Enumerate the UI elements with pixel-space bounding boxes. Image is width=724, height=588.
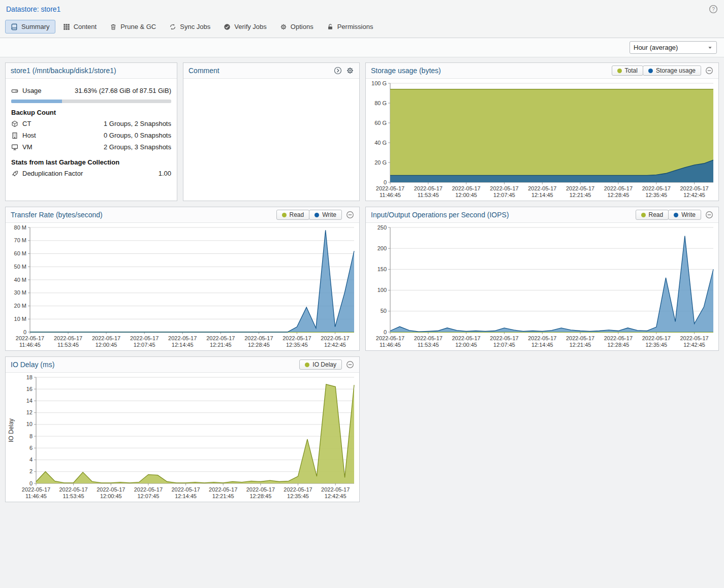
legend-storage-usage[interactable]: Storage usage bbox=[643, 66, 701, 76]
legend-label: Total bbox=[625, 67, 638, 74]
svg-text:20 M: 20 M bbox=[14, 303, 26, 309]
legend-label: Read bbox=[290, 211, 304, 218]
usage-label: Usage bbox=[22, 87, 42, 94]
svg-text:12:14:45: 12:14:45 bbox=[175, 493, 197, 499]
legend-dot-icon bbox=[617, 69, 622, 73]
svg-text:30 M: 30 M bbox=[14, 289, 26, 296]
svg-text:2022-05-17: 2022-05-17 bbox=[566, 335, 594, 341]
legend-dot-icon bbox=[282, 213, 287, 217]
svg-text:14: 14 bbox=[26, 398, 33, 404]
svg-text:2022-05-17: 2022-05-17 bbox=[376, 185, 404, 191]
timeframe-value: Hour (average) bbox=[634, 44, 678, 51]
svg-text:2022-05-17: 2022-05-17 bbox=[16, 335, 44, 341]
legend-io-delay[interactable]: IO Delay bbox=[299, 360, 342, 370]
svg-text:2022-05-17: 2022-05-17 bbox=[282, 335, 311, 341]
svg-text:12:21:45: 12:21:45 bbox=[570, 342, 591, 348]
svg-text:2022-05-17: 2022-05-17 bbox=[452, 185, 480, 191]
backup-count-heading: Backup Count bbox=[11, 109, 171, 116]
iops-legend: ReadWrite bbox=[636, 210, 701, 220]
iops-chart-title: Input/Output Operations per Second (IOPS… bbox=[371, 211, 632, 219]
collapse-icon[interactable] bbox=[346, 211, 354, 219]
svg-text:2022-05-17: 2022-05-17 bbox=[642, 185, 671, 191]
svg-text:11:53:45: 11:53:45 bbox=[57, 342, 79, 348]
legend-total[interactable]: Total bbox=[612, 66, 643, 76]
svg-text:2: 2 bbox=[29, 468, 33, 474]
svg-text:12: 12 bbox=[26, 409, 33, 415]
svg-text:2022-05-17: 2022-05-17 bbox=[566, 185, 594, 191]
svg-text:2022-05-17: 2022-05-17 bbox=[206, 335, 235, 341]
desktop-icon bbox=[11, 144, 18, 151]
svg-text:12:21:45: 12:21:45 bbox=[212, 493, 234, 499]
topbar: Datastore: store1 ? bbox=[0, 0, 724, 18]
svg-text:2022-05-17: 2022-05-17 bbox=[452, 335, 480, 341]
legend-label: IO Delay bbox=[312, 361, 336, 368]
svg-text:12:35:45: 12:35:45 bbox=[287, 493, 309, 499]
legend-write[interactable]: Write bbox=[309, 210, 342, 220]
svg-text:12:21:45: 12:21:45 bbox=[570, 192, 591, 198]
svg-text:80 M: 80 M bbox=[14, 224, 26, 231]
svg-text:2022-05-17: 2022-05-17 bbox=[130, 335, 159, 341]
svg-text:2022-05-17: 2022-05-17 bbox=[414, 335, 443, 341]
help-icon[interactable]: ? bbox=[709, 5, 718, 14]
comment-panel-title: Comment bbox=[188, 67, 330, 75]
legend-write[interactable]: Write bbox=[668, 210, 701, 220]
tab-permissions[interactable]: Permissions bbox=[321, 20, 379, 34]
datastore-panel-title: store1 (/mnt/backup/disk1/store1) bbox=[11, 67, 172, 75]
tab-summary[interactable]: Summary bbox=[5, 20, 55, 34]
collapse-icon[interactable] bbox=[705, 67, 713, 75]
svg-text:8: 8 bbox=[29, 433, 33, 439]
edit-settings-gear-icon[interactable] bbox=[346, 67, 354, 75]
stat-row: VM2 Groups, 3 Snapshots bbox=[11, 141, 171, 153]
svg-text:2022-05-17: 2022-05-17 bbox=[209, 486, 237, 493]
tab-label: Summary bbox=[21, 23, 50, 30]
svg-text:11:46:45: 11:46:45 bbox=[380, 192, 401, 198]
expand-chevron-icon[interactable] bbox=[334, 67, 342, 75]
legend-read[interactable]: Read bbox=[636, 210, 669, 220]
timeframe-select[interactable]: Hour (average) bbox=[629, 41, 717, 54]
building-icon bbox=[11, 132, 18, 139]
legend-label: Storage usage bbox=[656, 67, 696, 74]
tab-options[interactable]: Options bbox=[274, 20, 319, 34]
svg-text:0: 0 bbox=[384, 329, 387, 335]
legend-read[interactable]: Read bbox=[276, 210, 310, 220]
datastore-summary-panel: store1 (/mnt/backup/disk1/store1) Usage … bbox=[5, 62, 177, 201]
storage-usage-legend: TotalStorage usage bbox=[612, 66, 701, 76]
panel-header: Storage usage (bytes) TotalStorage usage bbox=[366, 63, 718, 79]
panel-header: store1 (/mnt/backup/disk1/store1) bbox=[6, 63, 177, 79]
tab-content[interactable]: Content bbox=[57, 20, 103, 34]
iops-chart: 0501001502002502022-05-1711:46:452022-05… bbox=[366, 223, 718, 350]
svg-text:12:14:45: 12:14:45 bbox=[531, 342, 553, 348]
io-delay-chart: 0246810121416182022-05-1711:46:452022-05… bbox=[6, 373, 359, 502]
svg-text:100: 100 bbox=[377, 287, 387, 293]
tab-prune-gc[interactable]: Prune & GC bbox=[104, 20, 162, 34]
svg-text:12:42:45: 12:42:45 bbox=[683, 342, 705, 348]
tab-sync-jobs[interactable]: Sync Jobs bbox=[164, 20, 216, 34]
comment-panel: Comment bbox=[183, 62, 360, 201]
unlock-icon bbox=[327, 23, 334, 30]
svg-text:12:14:45: 12:14:45 bbox=[172, 342, 194, 348]
svg-text:2022-05-17: 2022-05-17 bbox=[92, 335, 120, 341]
svg-text:2022-05-17: 2022-05-17 bbox=[284, 486, 312, 493]
comment-body[interactable] bbox=[183, 79, 359, 201]
tab-label: Prune & GC bbox=[120, 23, 156, 30]
svg-text:12:35:45: 12:35:45 bbox=[645, 192, 667, 198]
stat-label: VM bbox=[22, 143, 33, 151]
svg-text:50 M: 50 M bbox=[14, 264, 26, 270]
svg-text:2022-05-17: 2022-05-17 bbox=[97, 486, 125, 493]
collapse-icon[interactable] bbox=[705, 211, 713, 219]
storage-usage-panel: Storage usage (bytes) TotalStorage usage… bbox=[365, 62, 719, 201]
legend-label: Write bbox=[322, 211, 336, 218]
tab-verify-jobs[interactable]: Verify Jobs bbox=[218, 20, 272, 34]
storage-usage-chart: 020 G40 G60 G80 G100 G2022-05-1711:46:45… bbox=[366, 79, 718, 201]
datastore-panel-body: Usage 31.63% (27.68 GiB of 87.51 GiB) Ba… bbox=[6, 79, 177, 201]
svg-text:2022-05-17: 2022-05-17 bbox=[134, 486, 163, 493]
book-icon bbox=[11, 23, 18, 30]
svg-text:2022-05-17: 2022-05-17 bbox=[528, 335, 556, 341]
gc-stats-heading: Stats from last Garbage Collection bbox=[11, 158, 171, 166]
legend-label: Write bbox=[681, 211, 696, 218]
svg-text:2022-05-17: 2022-05-17 bbox=[490, 335, 518, 341]
transfer-rate-chart-title: Transfer Rate (bytes/second) bbox=[11, 211, 272, 219]
stat-label: Deduplication Factor bbox=[22, 170, 83, 177]
collapse-icon[interactable] bbox=[346, 361, 354, 369]
stat-row: Host0 Groups, 0 Snapshots bbox=[11, 129, 171, 141]
